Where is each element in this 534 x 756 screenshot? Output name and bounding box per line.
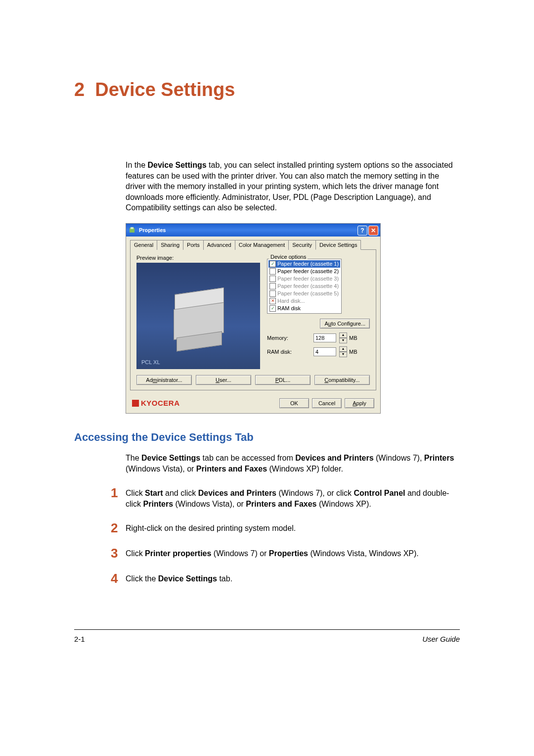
checkbox-icon[interactable] (269, 305, 276, 312)
tab-color-management[interactable]: Color Management (235, 240, 289, 250)
step-number: 4 (111, 572, 126, 585)
step-text: Right-click on the desired printing syst… (126, 521, 460, 534)
user-button[interactable]: User... (196, 375, 251, 385)
chapter-heading: 2 Device Settings (74, 79, 460, 100)
page-footer: 2-1 User Guide (74, 629, 460, 643)
ramdisk-spinner[interactable]: ▲▼ (339, 346, 346, 357)
step-number: 2 (111, 521, 126, 534)
step-number: 3 (111, 547, 126, 560)
app-icon (128, 226, 136, 234)
tab-advanced[interactable]: Advanced (203, 240, 235, 250)
svg-rect-1 (131, 227, 134, 229)
step-4: 4 Click the Device Settings tab. (111, 572, 460, 585)
page-number: 2-1 (74, 635, 85, 643)
ok-button[interactable]: OK (279, 398, 309, 408)
step-3: 3 Click Printer properties (Windows 7) o… (111, 547, 460, 560)
device-options-label: Device options (269, 254, 308, 260)
printer-preview: PCL XL (136, 263, 260, 369)
pdl-button[interactable]: PDL... (255, 375, 311, 385)
tab-device-settings[interactable]: Device Settings (315, 240, 361, 250)
step-number: 1 (111, 486, 126, 509)
brand-logo: KYOCERA (132, 399, 180, 407)
step-1: 1 Click Start and click Devices and Prin… (111, 486, 460, 509)
printer-icon (169, 291, 228, 340)
tab-ports[interactable]: Ports (183, 240, 204, 250)
preview-image-label: Preview image: (136, 255, 260, 261)
dialog-title: Properties (139, 227, 166, 233)
option-cassette-3[interactable]: Paper feeder (cassette 3) (268, 275, 340, 283)
option-cassette-1[interactable]: Paper feeder (cassette 1) (268, 260, 340, 268)
checkbox-icon[interactable] (269, 283, 276, 289)
tab-general[interactable]: General (130, 240, 157, 250)
chapter-number: 2 (74, 79, 85, 100)
memory-label: Memory: (267, 335, 311, 341)
kyocera-icon (132, 400, 139, 407)
section-heading: Accessing the Device Settings Tab (74, 431, 460, 444)
compatibility-button[interactable]: Compatibility... (314, 375, 370, 385)
option-cassette-4[interactable]: Paper feeder (cassette 4) (268, 283, 340, 290)
help-button[interactable]: ? (357, 226, 367, 236)
checkbox-x-icon[interactable] (269, 298, 276, 304)
option-cassette-5[interactable]: Paper feeder (cassette 5) (268, 290, 340, 297)
auto-configure-button[interactable]: Auto Configure... (320, 319, 370, 329)
cancel-button[interactable]: Cancel (312, 398, 342, 408)
device-options-list[interactable]: Paper feeder (cassette 1) Paper feeder (… (267, 259, 342, 314)
properties-dialog-screenshot: Properties ? ✕ General Sharing Ports Adv… (126, 223, 460, 414)
administrator-button[interactable]: Administrator... (136, 375, 192, 385)
section-intro: The Device Settings tab can be accessed … (126, 453, 460, 474)
checkbox-icon[interactable] (269, 276, 276, 282)
step-2: 2 Right-click on the desired printing sy… (111, 521, 460, 534)
step-text: Click Start and click Devices and Printe… (126, 486, 460, 509)
ramdisk-input[interactable] (313, 347, 336, 356)
tab-row: General Sharing Ports Advanced Color Man… (126, 236, 380, 249)
chapter-title: Device Settings (95, 79, 235, 100)
checkbox-icon[interactable] (269, 268, 276, 275)
tab-security[interactable]: Security (288, 240, 316, 250)
memory-unit: MB (349, 335, 357, 341)
memory-spinner[interactable]: ▲▼ (339, 332, 346, 343)
option-cassette-2[interactable]: Paper feeder (cassette 2) (268, 268, 340, 275)
option-ramdisk[interactable]: RAM disk (268, 305, 340, 312)
option-harddisk[interactable]: Hard disk... (268, 297, 340, 305)
checkbox-icon[interactable] (269, 261, 276, 267)
ramdisk-label: RAM disk: (267, 349, 311, 355)
intro-paragraph: In the Device Settings tab, you can sele… (126, 160, 460, 213)
ramdisk-unit: MB (349, 349, 357, 355)
preview-mode-label: PCL XL (141, 359, 160, 365)
checkbox-icon[interactable] (269, 290, 276, 297)
tab-sharing[interactable]: Sharing (157, 240, 183, 250)
footer-title: User Guide (422, 635, 460, 643)
step-text: Click the Device Settings tab. (126, 572, 460, 585)
dialog-titlebar: Properties ? ✕ (126, 224, 380, 236)
apply-button[interactable]: Apply (345, 398, 374, 408)
step-text: Click Printer properties (Windows 7) or … (126, 547, 460, 560)
close-button[interactable]: ✕ (368, 226, 378, 236)
memory-input[interactable] (313, 333, 336, 342)
